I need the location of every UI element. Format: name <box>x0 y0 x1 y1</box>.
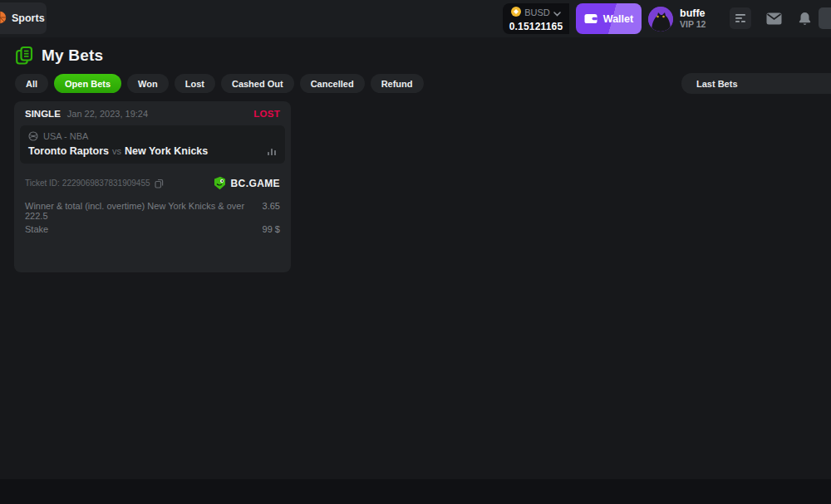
vip-level: VIP 12 <box>680 19 706 30</box>
filter-won[interactable]: Won <box>127 74 169 93</box>
currency-selector[interactable]: BUSD 0.15121165 <box>503 3 569 34</box>
sort-dropdown[interactable]: Last Bets <box>681 73 831 94</box>
page-title: My Bets <box>42 46 103 65</box>
stats-icon[interactable] <box>267 146 277 156</box>
away-team: New York Knicks <box>125 145 208 157</box>
filter-lost[interactable]: Lost <box>175 74 215 93</box>
sports-tab-label: Sports <box>12 12 45 24</box>
sort-dropdown-label: Last Bets <box>696 79 738 89</box>
inbox-button[interactable] <box>763 7 784 29</box>
basketball-icon <box>0 11 7 27</box>
bet-selection-label: Winner & total (incl. overtime) New York… <box>25 201 263 221</box>
brand-logo: BC.GAME <box>213 176 280 190</box>
bell-icon <box>799 12 811 26</box>
sport-icon <box>28 131 38 141</box>
bet-odds-value: 3.65 <box>263 201 280 221</box>
user-profile[interactable]: buffe VIP 12 <box>648 7 706 32</box>
home-team: Toronto Raptors <box>28 145 109 157</box>
footer-band <box>0 479 831 504</box>
sports-tab[interactable]: Sports <box>0 2 47 34</box>
currency-balance: 0.15121165 <box>509 21 563 32</box>
bcgame-icon <box>213 176 227 190</box>
wallet-button-label: Wallet <box>603 13 633 25</box>
stake-row: Stake 99 $ <box>25 224 280 234</box>
filter-refund[interactable]: Refund <box>371 74 424 93</box>
my-bets-icon <box>15 46 34 66</box>
wallet-button[interactable]: Wallet <box>576 3 642 34</box>
match-block[interactable]: USA - NBA Toronto Raptors vs New York Kn… <box>20 125 285 164</box>
filter-cashed-out[interactable]: Cashed Out <box>221 74 294 93</box>
bet-filters: All Open Bets Won Lost Cashed Out Cancel… <box>15 74 424 93</box>
envelope-icon <box>766 12 782 25</box>
stake-label: Stake <box>25 224 48 234</box>
bet-date: Jan 22, 2023, 19:24 <box>67 109 148 119</box>
edge-button-cutoff[interactable] <box>819 7 831 29</box>
notifications-button[interactable] <box>794 7 815 29</box>
bet-type: SINGLE <box>25 109 61 119</box>
vs-separator: vs <box>112 146 121 156</box>
brand-name: BC.GAME <box>231 178 280 189</box>
copy-icon[interactable] <box>155 179 164 188</box>
chevron-down-icon <box>553 5 561 20</box>
bet-list-button[interactable] <box>730 7 751 29</box>
filter-open-bets[interactable]: Open Bets <box>54 74 121 93</box>
filter-all[interactable]: All <box>15 74 48 93</box>
bet-selection-row: Winner & total (incl. overtime) New York… <box>25 201 280 221</box>
list-icon <box>735 13 746 23</box>
top-bar: Sports BUSD 0.15121165 <box>0 0 831 37</box>
bet-card: SINGLE Jan 22, 2023, 19:24 LOST USA - NB… <box>14 101 291 272</box>
avatar <box>648 7 673 32</box>
filter-cancelled[interactable]: Cancelled <box>300 74 365 93</box>
ticket-id-value: 2229069837831909455 <box>62 179 150 188</box>
busd-coin-icon <box>511 5 521 20</box>
league-label: USA - NBA <box>43 131 88 141</box>
stake-value: 99 $ <box>263 224 280 234</box>
wallet-icon <box>584 13 597 24</box>
username: buffe <box>680 8 706 19</box>
ticket-id-label: Ticket ID: <box>25 179 60 188</box>
bet-status-badge: LOST <box>253 109 280 119</box>
currency-code: BUSD <box>524 7 550 17</box>
